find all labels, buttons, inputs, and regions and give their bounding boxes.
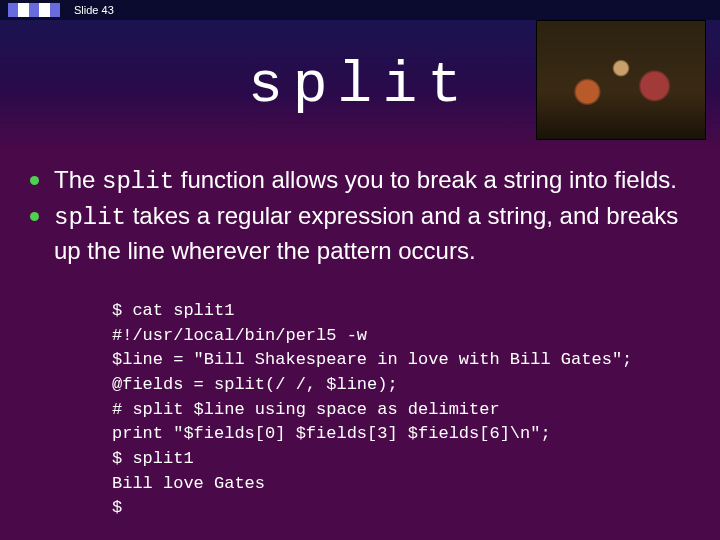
top-bar: Slide 43	[0, 0, 720, 20]
bullet-item: split takes a regular expression and a s…	[36, 200, 690, 267]
decorative-painting	[536, 20, 706, 140]
bullet-text-post: takes a regular expression and a string,…	[54, 202, 678, 263]
bullet-item: The split function allows you to break a…	[36, 164, 690, 198]
bullet-text-pre: The	[54, 166, 102, 193]
slide-title: split	[248, 53, 472, 118]
bullet-code: split	[54, 204, 126, 231]
slide-header: split	[0, 20, 720, 150]
slide-number: Slide 43	[74, 4, 114, 16]
slide-body: The split function allows you to break a…	[0, 158, 720, 521]
bullet-list: The split function allows you to break a…	[36, 164, 690, 267]
bullet-text-post: function allows you to break a string in…	[174, 166, 677, 193]
code-example: $ cat split1 #!/usr/local/bin/perl5 -w $…	[112, 299, 690, 521]
logo	[8, 3, 60, 17]
bullet-code: split	[102, 168, 174, 195]
